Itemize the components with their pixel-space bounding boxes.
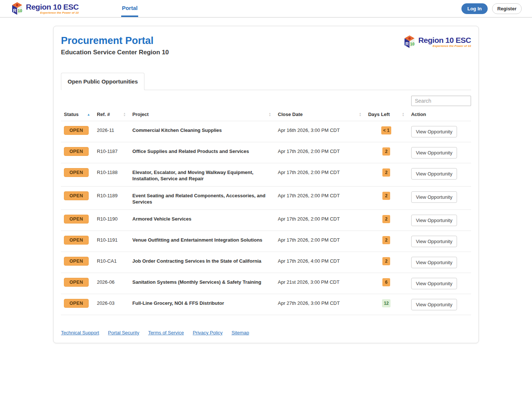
card-brand-logo: R 10 Region 10 ESC Experience the Power … [403,35,471,48]
table-row: OPEN R10-1188 Elevator, Escalator, and M… [61,163,471,187]
sort-icon[interactable]: ▲▼ [123,112,126,117]
days-left-badge: 6 [382,278,390,286]
search-input[interactable] [411,96,471,106]
column-label: Close Date [278,112,303,117]
days-left-badge: 2 [382,168,390,177]
project-name: Full-Line Grocery, NOI & FFS Distributor [129,294,275,315]
sort-icon[interactable]: ▲▼ [402,112,405,117]
table-row: OPEN 2026-06 Sanitation Systems (Monthly… [61,273,471,294]
ref-number: R10-1190 [94,210,129,231]
opportunities-table: Status▲Ref. #▲▼Project▲▼Close Date▲▼Days… [61,108,471,315]
footer-link-privacy-policy[interactable]: Privacy Policy [193,330,223,335]
ref-number: R10-1191 [94,231,129,252]
login-button[interactable]: Log In [461,3,488,14]
ref-number: 2026-03 [94,294,129,315]
column-header-status[interactable]: Status▲ [61,108,94,121]
days-left-badge: 2 [382,257,390,265]
status-badge: OPEN [64,215,89,224]
status-badge: OPEN [64,126,89,135]
view-opportunity-button[interactable]: View Opportunity [411,191,457,203]
close-date: Apr 16th 2026, 3:00 PM CDT [275,121,365,142]
project-name: Sanitation Systems (Monthly Services) & … [129,273,275,294]
brand-tagline: Experience the Power of 10 [26,11,79,14]
days-left-badge: 12 [382,299,391,307]
view-opportunity-button[interactable]: View Opportunity [411,257,457,268]
project-name: Elevator, Escalator, and Moving Walkway … [129,163,275,187]
project-name: Event Seating and Related Components, Ac… [129,187,275,210]
days-left-badge: 2 [382,236,390,244]
table-row: OPEN R10-1189 Event Seating and Related … [61,187,471,210]
procurement-portal-card: Procurement Portal Education Service Cen… [53,26,479,343]
column-header-ref[interactable]: Ref. #▲▼ [94,108,129,121]
close-date: Apr 17th 2026, 2:00 PM CDT [275,163,365,187]
days-left-badge: < 1 [381,126,391,134]
close-date: Apr 17th 2026, 2:00 PM CDT [275,142,365,163]
project-name: Job Order Contracting Services In the St… [129,252,275,273]
column-label: Ref. # [97,112,110,117]
footer-link-technical-support[interactable]: Technical Support [61,330,99,335]
card-header: Procurement Portal Education Service Cen… [61,35,471,56]
column-header-project[interactable]: Project▲▼ [129,108,275,121]
sort-ascending-icon[interactable]: ▲ [87,113,90,116]
footer-link-portal-security[interactable]: Portal Security [108,330,139,335]
status-badge: OPEN [64,278,89,287]
brand-logo[interactable]: R 10 Region 10 ESC Experience the Power … [11,0,79,17]
table-row: OPEN R10-1191 Venue Outfitting and Enter… [61,231,471,252]
close-date: Apr 21st 2026, 3:00 PM CDT [275,273,365,294]
table-row: OPEN R10-CA1 Job Order Contracting Servi… [61,252,471,273]
tab-bar: Open Public Opportunities [61,72,471,90]
days-left-badge: 2 [382,192,390,200]
project-name: Commercial Kitchen Cleaning Supplies [129,121,275,142]
table-header: Status▲Ref. #▲▼Project▲▼Close Date▲▼Days… [61,108,471,121]
sort-icon[interactable]: ▲▼ [359,112,362,117]
region10-cube-icon: R 10 [11,2,23,15]
top-nav: R 10 Region 10 ESC Experience the Power … [0,0,532,18]
column-label: Action [411,112,426,117]
ref-number: R10-1189 [94,187,129,210]
page-title: Procurement Portal [61,35,169,47]
svg-text:R: R [13,8,16,13]
view-opportunity-button[interactable]: View Opportunity [411,299,457,310]
sort-icon[interactable]: ▲▼ [269,112,271,117]
footer-link-sitemap[interactable]: Sitemap [232,330,249,335]
view-opportunity-button[interactable]: View Opportunity [411,215,457,226]
days-left-badge: 2 [382,147,390,156]
column-header-action: Action [408,108,471,121]
view-opportunity-button[interactable]: View Opportunity [411,168,457,180]
status-badge: OPEN [64,257,89,266]
view-opportunity-button[interactable]: View Opportunity [411,126,457,137]
close-date: Apr 17th 2026, 4:00 PM CDT [275,252,365,273]
view-opportunity-button[interactable]: View Opportunity [411,278,457,289]
project-name: Venue Outfitting and Entertainment Integ… [129,231,275,252]
status-badge: OPEN [64,191,89,200]
close-date: Apr 17th 2026, 2:00 PM CDT [275,210,365,231]
ref-number: R10-1187 [94,142,129,163]
project-name: Armored Vehicle Services [129,210,275,231]
ref-number: R10-CA1 [94,252,129,273]
column-header-days-left[interactable]: Days Left▲▼ [365,108,408,121]
table-row: OPEN R10-1187 Office Supplies and Relate… [61,142,471,163]
footer-link-terms-of-service[interactable]: Terms of Service [148,330,184,335]
project-name: Office Supplies and Related Products and… [129,142,275,163]
register-button[interactable]: Register [492,3,522,14]
column-label: Status [64,112,79,117]
ref-number: R10-1188 [94,163,129,187]
close-date: Apr 17th 2026, 2:00 PM CDT [275,187,365,210]
svg-text:R: R [405,41,409,47]
status-badge: OPEN [64,168,89,177]
view-opportunity-button[interactable]: View Opportunity [411,147,457,158]
status-badge: OPEN [64,236,89,245]
brand-tagline: Experience the Power of 10 [418,45,471,48]
region10-cube-icon: R 10 [403,35,416,48]
page-subtitle: Education Service Center Region 10 [61,49,169,56]
close-date: Apr 27th 2026, 3:00 PM CDT [275,294,365,315]
table-row: OPEN 2026-11 Commercial Kitchen Cleaning… [61,121,471,142]
table-row: OPEN R10-1190 Armored Vehicle Services A… [61,210,471,231]
ref-number: 2026-11 [94,121,129,142]
column-header-close-date[interactable]: Close Date▲▼ [275,108,365,121]
table-row: OPEN 2026-03 Full-Line Grocery, NOI & FF… [61,294,471,315]
view-opportunity-button[interactable]: View Opportunity [411,236,457,247]
nav-portal-link[interactable]: Portal [121,0,139,17]
svg-text:10: 10 [410,42,415,46]
tab-open-public-opportunities[interactable]: Open Public Opportunities [61,73,144,90]
